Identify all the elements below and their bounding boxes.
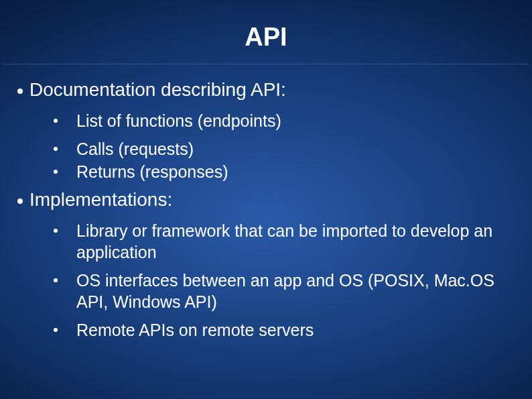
sub-bullet-group: Calls (requests) Returns (responses) bbox=[54, 138, 519, 182]
slide-title: API bbox=[3, 0, 529, 64]
bullet-level2: OS interfaces between an app and OS (POS… bbox=[54, 270, 519, 312]
bullet-level1: Implementations: bbox=[13, 189, 519, 211]
slide: API Documentation describing API: List o… bbox=[0, 0, 532, 399]
bullet-text: Documentation describing API: bbox=[29, 79, 286, 101]
bullet-dot-icon bbox=[17, 89, 23, 94]
bullet-text: OS interfaces between an app and OS (POS… bbox=[76, 270, 519, 312]
bullet-text: List of functions (endpoints) bbox=[76, 110, 519, 131]
bullet-level2: Library or framework that can be importe… bbox=[54, 220, 519, 263]
bullet-level2: List of functions (endpoints) bbox=[54, 110, 519, 131]
bullet-dot-icon bbox=[54, 119, 58, 123]
bullet-text: Returns (responses) bbox=[76, 161, 519, 182]
slide-content: Documentation describing API: List of fu… bbox=[0, 64, 532, 341]
bullet-dot-icon bbox=[54, 278, 58, 282]
sub-bullet-group: Remote APIs on remote servers bbox=[54, 319, 519, 341]
bullet-level1: Documentation describing API: bbox=[13, 79, 519, 101]
bullet-dot-icon bbox=[54, 328, 58, 332]
bullet-dot-icon bbox=[54, 170, 58, 174]
sub-bullet-group: Library or framework that can be importe… bbox=[54, 220, 519, 263]
sub-bullet-group: List of functions (endpoints) bbox=[54, 110, 519, 131]
bullet-dot-icon bbox=[17, 198, 23, 204]
bullet-text: Remote APIs on remote servers bbox=[76, 319, 519, 341]
bullet-dot-icon bbox=[54, 147, 58, 151]
bullet-level2: Remote APIs on remote servers bbox=[54, 319, 519, 341]
bullet-dot-icon bbox=[54, 229, 58, 233]
bullet-text: Implementations: bbox=[29, 189, 172, 211]
sub-bullet-group: OS interfaces between an app and OS (POS… bbox=[54, 270, 519, 312]
bullet-text: Library or framework that can be importe… bbox=[76, 220, 519, 263]
bullet-level2: Returns (responses) bbox=[54, 161, 519, 182]
bullet-level2: Calls (requests) bbox=[54, 138, 519, 160]
bullet-text: Calls (requests) bbox=[76, 138, 519, 160]
